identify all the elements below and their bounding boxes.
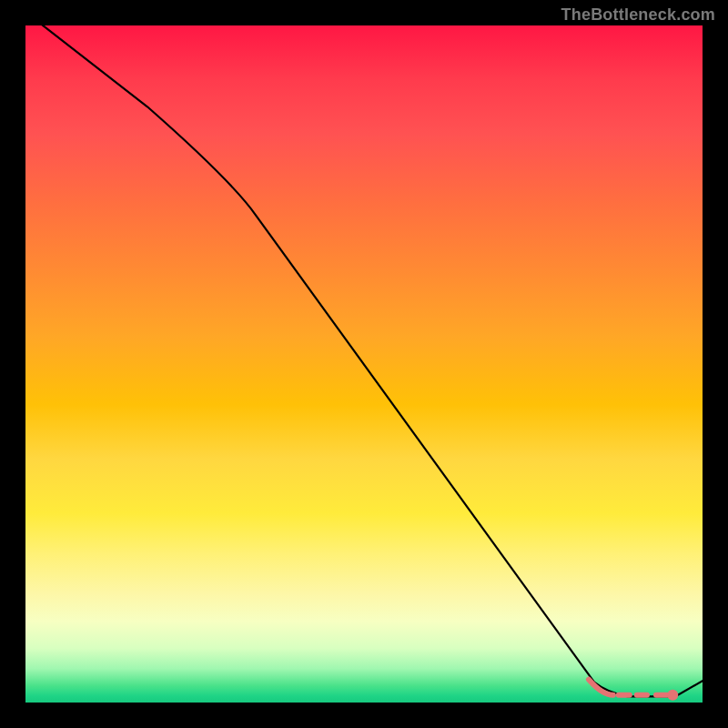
watermark-text: TheBottleneck.com bbox=[561, 5, 715, 25]
bottleneck-curve bbox=[25, 25, 703, 696]
plot-area bbox=[25, 25, 703, 703]
chart-stage: TheBottleneck.com bbox=[0, 0, 728, 728]
chart-svg bbox=[25, 25, 703, 703]
highlight-dot bbox=[667, 690, 678, 701]
